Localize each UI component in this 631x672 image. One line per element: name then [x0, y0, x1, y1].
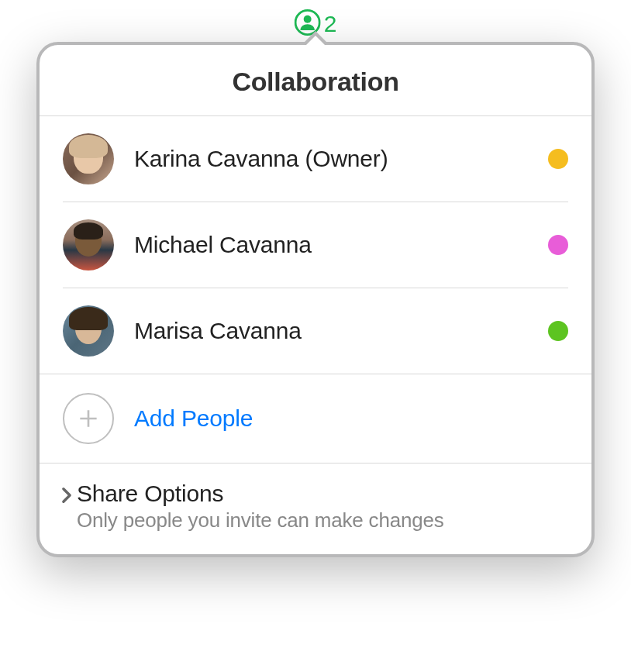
popover-header: Collaboration — [40, 45, 591, 116]
share-options-title: Share Options — [77, 481, 444, 507]
participant-row[interactable]: Marisa Cavanna — [63, 288, 568, 374]
participant-name: Marisa Cavanna — [134, 318, 528, 344]
add-people-label: Add People — [134, 405, 253, 432]
share-options-subtitle: Only people you invite can make changes — [77, 508, 444, 532]
popover-body: Collaboration Karina Cavanna (Owner) Mic… — [36, 42, 595, 557]
status-dot — [548, 235, 568, 255]
participant-name: Michael Cavanna — [134, 232, 528, 258]
share-options-content: Share Options Only people you invite can… — [77, 481, 444, 532]
participant-list: Karina Cavanna (Owner) Michael Cavanna M… — [40, 116, 591, 374]
popover-arrow — [303, 31, 328, 43]
avatar — [63, 219, 114, 271]
popover-title: Collaboration — [40, 67, 591, 97]
participant-row[interactable]: Michael Cavanna — [63, 202, 568, 288]
share-options-button[interactable]: Share Options Only people you invite can… — [40, 464, 591, 554]
add-people-button[interactable]: Add People — [40, 374, 591, 464]
avatar — [63, 133, 114, 184]
participant-name: Karina Cavanna (Owner) — [134, 146, 528, 172]
chevron-right-icon — [61, 487, 72, 507]
avatar — [63, 305, 114, 357]
svg-point-1 — [304, 16, 312, 23]
collaboration-popover: Collaboration Karina Cavanna (Owner) Mic… — [36, 42, 595, 557]
plus-icon — [63, 393, 114, 444]
status-dot — [548, 149, 568, 169]
status-dot — [548, 321, 568, 341]
participant-row[interactable]: Karina Cavanna (Owner) — [63, 116, 568, 202]
